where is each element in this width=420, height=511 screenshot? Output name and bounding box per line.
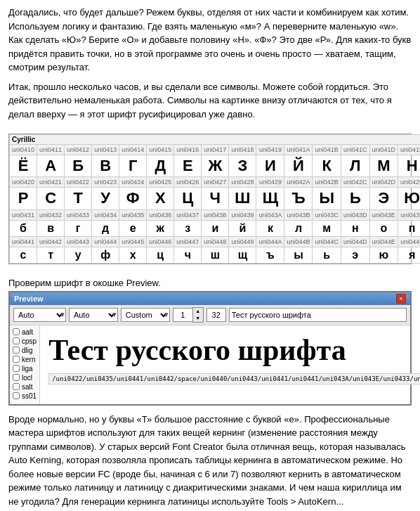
col-header: uni044F bbox=[398, 236, 420, 247]
preview-main: Тест русского шрифта /uni0422/uni0435/un… bbox=[40, 325, 420, 404]
table-cell: н bbox=[341, 220, 370, 236]
checkbox-aalt-input[interactable] bbox=[13, 328, 20, 335]
preview-text-input[interactable]: Тест русского шрифта bbox=[229, 308, 407, 322]
table-cell: ъ bbox=[256, 247, 284, 263]
preview-sidebar: aalt cpsp dlig kern liga bbox=[10, 325, 40, 404]
col-header: uni0429 bbox=[256, 177, 284, 188]
table-cell: в bbox=[37, 220, 65, 236]
table-cell: В bbox=[92, 155, 119, 177]
preview-window: Preview × Auto ▼ Auto ▼ Custom ▼ 1 ▲ ▼ bbox=[8, 291, 412, 406]
table-row-header: uni0431 uni0432 uni0433 uni0434 uni0435 … bbox=[10, 209, 421, 220]
col-header: uni0420 bbox=[10, 177, 37, 188]
checkbox-aalt[interactable]: aalt bbox=[13, 328, 37, 336]
checkbox-aalt-label: aalt bbox=[22, 328, 33, 336]
preview-size-input[interactable]: 32 bbox=[206, 308, 226, 322]
table-cell: Ф bbox=[119, 188, 147, 209]
col-header: uni0419 bbox=[256, 145, 284, 155]
preview-select-custom[interactable]: Custom bbox=[121, 308, 170, 322]
checkbox-locl-input[interactable] bbox=[13, 374, 20, 381]
table-cell: я bbox=[398, 247, 420, 263]
col-header: uni0447 bbox=[174, 236, 202, 247]
checkbox-cpsp-label: cpsp bbox=[22, 337, 37, 345]
checkbox-dlig-input[interactable] bbox=[13, 347, 20, 354]
table-cell: Ю bbox=[398, 188, 420, 209]
checkbox-ss01[interactable]: ss01 bbox=[13, 392, 37, 400]
table-cell: И bbox=[256, 155, 284, 177]
col-header: uni0438 bbox=[202, 209, 229, 220]
checkbox-ss01-input[interactable] bbox=[13, 392, 20, 399]
table-row-header: uni0441 uni0442 uni0443 uni0444 uni0445 … bbox=[10, 236, 421, 247]
preview-title: Preview bbox=[14, 295, 44, 303]
col-header: uni0425 bbox=[147, 177, 174, 188]
table-cell: Н bbox=[398, 155, 420, 177]
col-header: uni041E bbox=[398, 145, 420, 155]
checkbox-liga-label: liga bbox=[22, 365, 33, 373]
checkbox-liga[interactable]: liga bbox=[13, 365, 37, 373]
col-header: uni0421 bbox=[37, 177, 65, 188]
col-header: uni0428 bbox=[229, 177, 256, 188]
table-cell: ш bbox=[202, 247, 229, 263]
checkbox-cpsp[interactable]: cpsp bbox=[13, 337, 37, 345]
col-header: uni044C bbox=[313, 236, 341, 247]
spinbox-down-button[interactable]: ▼ bbox=[193, 315, 203, 322]
table-row: Ё А Б В Г Д Е Ж З И Й К Л М Н О П bbox=[10, 155, 421, 177]
checkbox-kern-input[interactable] bbox=[13, 356, 20, 363]
checkbox-cpsp-input[interactable] bbox=[13, 337, 20, 344]
col-header: uni043D bbox=[341, 209, 370, 220]
col-header: uni0422 bbox=[65, 177, 92, 188]
table-cell: У bbox=[92, 188, 119, 209]
preview-body: aalt cpsp dlig kern liga bbox=[10, 325, 410, 404]
checkbox-salt-input[interactable] bbox=[13, 383, 20, 390]
table-cell: Ж bbox=[202, 155, 229, 177]
table-cell: ь bbox=[313, 247, 341, 263]
col-header: uni0412 bbox=[65, 145, 92, 155]
table-cell: б bbox=[10, 220, 37, 236]
checkbox-ss01-label: ss01 bbox=[22, 392, 37, 400]
table-cell: ч bbox=[174, 247, 202, 263]
preview-close-button[interactable]: × bbox=[396, 294, 406, 304]
col-header: uni0436 bbox=[147, 209, 174, 220]
col-header: uni0448 bbox=[202, 236, 229, 247]
spinbox-buttons: ▲ ▼ bbox=[192, 307, 204, 323]
table-cell: ы bbox=[284, 247, 313, 263]
col-header: uni043E bbox=[369, 209, 398, 220]
preview-select-1[interactable]: Auto bbox=[13, 308, 66, 322]
spinbox-input[interactable]: 1 bbox=[173, 308, 192, 322]
spinbox-up-button[interactable]: ▲ bbox=[193, 308, 203, 315]
checkbox-locl[interactable]: locl bbox=[13, 374, 37, 382]
col-header: uni0444 bbox=[92, 236, 119, 247]
table-section-label: Cyrillic bbox=[10, 135, 421, 145]
col-header: uni0427 bbox=[202, 177, 229, 188]
table-cell: д bbox=[92, 220, 119, 236]
table-cell: А bbox=[37, 155, 65, 177]
checkbox-dlig[interactable]: dlig bbox=[13, 347, 37, 354]
table-cell: Ъ bbox=[284, 188, 313, 209]
table-row-header: uni0420 uni0421 uni0422 uni0423 uni0424 … bbox=[10, 177, 421, 188]
table-cell: г bbox=[65, 220, 92, 236]
col-header: uni0449 bbox=[229, 236, 256, 247]
table-cell: С bbox=[37, 188, 65, 209]
col-header: uni041D bbox=[369, 145, 398, 155]
checkbox-dlig-label: dlig bbox=[22, 347, 33, 354]
table-cell: Е bbox=[174, 155, 202, 177]
table-cell: щ bbox=[229, 247, 256, 263]
col-header: uni044D bbox=[341, 236, 370, 247]
table-cell: л bbox=[284, 220, 313, 236]
col-header: uni042A bbox=[284, 177, 313, 188]
table-cell: Б bbox=[65, 155, 92, 177]
table-cell: М bbox=[369, 155, 398, 177]
checkbox-kern-label: kern bbox=[22, 356, 35, 363]
checkbox-kern[interactable]: kern bbox=[13, 356, 37, 363]
preview-select-2[interactable]: Auto bbox=[69, 308, 118, 322]
checkbox-salt[interactable]: salt bbox=[13, 383, 37, 391]
checkbox-liga-input[interactable] bbox=[13, 365, 20, 372]
table-row: Р С Т У Ф Х Ц Ч Ш Щ Ъ Ы Ь Э Ю Я а bbox=[10, 188, 421, 209]
table-cell: х bbox=[119, 247, 147, 263]
col-header: uni0418 bbox=[229, 145, 256, 155]
table-cell: Л bbox=[341, 155, 370, 177]
bottom-text-block: Вроде нормально, но у буквы «Т» большое … bbox=[8, 413, 412, 509]
table-cell: ю bbox=[369, 247, 398, 263]
table-cell: Э bbox=[369, 188, 398, 209]
col-header: uni043B bbox=[284, 209, 313, 220]
bottom-paragraph: Вроде нормально, но у буквы «Т» большое … bbox=[8, 413, 412, 509]
